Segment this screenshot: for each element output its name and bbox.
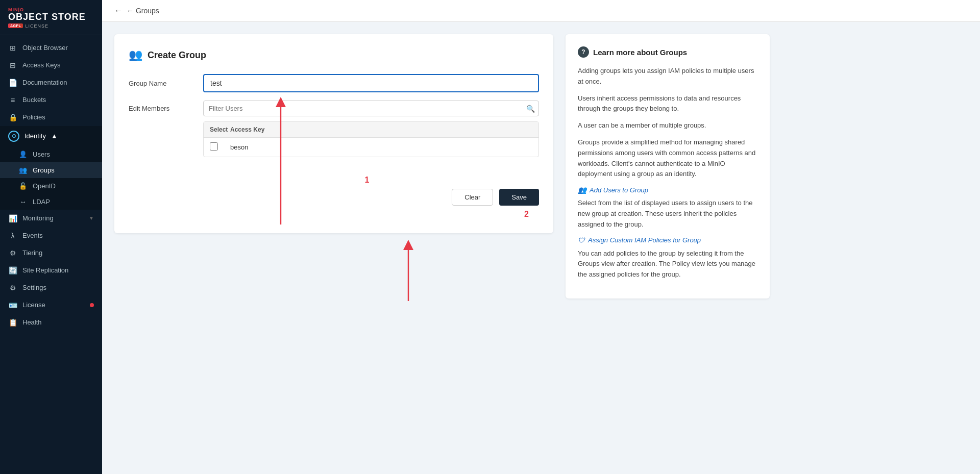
sidebar-item-site-replication[interactable]: 🔄 Site Replication xyxy=(0,262,102,279)
sidebar-label: Identity xyxy=(24,132,46,140)
sidebar-label: Tiering xyxy=(22,249,94,257)
top-bar: ← ← Groups xyxy=(102,0,980,22)
access-key-value: beson xyxy=(230,143,532,151)
sidebar-item-users[interactable]: 👤 Users xyxy=(0,146,102,162)
info-para-1: Adding groups lets you assign IAM polici… xyxy=(578,66,757,87)
license-icon: 🪪 xyxy=(8,301,17,309)
info-section2-title: 🛡 Assign Custom IAM Policies for Group xyxy=(578,236,757,244)
sidebar-sub-label: Groups xyxy=(33,166,55,174)
monitoring-icon: 📊 xyxy=(8,214,17,222)
sidebar: MIN|O OBJECT STORE AGPL LICENSE ⊞ Object… xyxy=(0,0,102,474)
logo-badge: AGPL xyxy=(8,23,23,28)
create-group-icon: 👥 xyxy=(129,48,142,62)
annotation-2: 2 xyxy=(129,210,539,219)
openid-icon: 🔓 xyxy=(18,182,28,190)
sidebar-item-object-browser[interactable]: ⊞ Object Browser xyxy=(0,39,102,57)
sidebar-label: Events xyxy=(22,232,94,239)
sidebar-label: Monitoring xyxy=(22,214,84,222)
info-panel: ? Learn more about Groups Adding groups … xyxy=(566,34,770,298)
chevron-up-icon: ▲ xyxy=(51,132,58,140)
logo-license: LICENSE xyxy=(25,23,48,29)
col-header-select: Select xyxy=(210,126,230,133)
identity-circle-icon: ⊙ xyxy=(8,131,19,142)
identity-group: ⊙ Identity ▲ 👤 Users 👥 Groups 🔓 OpenID ↔… xyxy=(0,126,102,210)
sidebar-item-documentation[interactable]: 📄 Documentation xyxy=(0,74,102,91)
sidebar-item-monitoring[interactable]: 📊 Monitoring ▼ xyxy=(0,210,102,227)
info-title: Learn more about Groups xyxy=(593,48,687,57)
filter-users-input[interactable] xyxy=(203,101,539,116)
sidebar-nav: ⊞ Object Browser ⊟ Access Keys 📄 Documen… xyxy=(0,35,102,474)
content-area: 👥 Create Group Group Name Edit Members xyxy=(102,22,980,474)
sidebar-label: Documentation xyxy=(22,79,94,86)
sidebar-item-groups[interactable]: 👥 Groups xyxy=(0,162,102,178)
key-icon: ⊟ xyxy=(8,61,17,69)
sidebar-label: Policies xyxy=(22,113,94,121)
groups-icon: 👥 xyxy=(18,166,28,174)
group-name-input[interactable] xyxy=(203,74,539,92)
clear-button[interactable]: Clear xyxy=(452,189,493,206)
settings-icon: ⚙ xyxy=(8,284,17,292)
sidebar-item-policies[interactable]: 🔒 Policies xyxy=(0,109,102,126)
sidebar-label: Health xyxy=(22,318,94,326)
form-header: 👥 Create Group xyxy=(129,48,539,62)
form-actions: Clear Save xyxy=(129,189,539,206)
group-name-row: Group Name xyxy=(129,74,539,92)
table-row: beson xyxy=(204,138,538,157)
sidebar-item-settings[interactable]: ⚙ Settings xyxy=(0,279,102,296)
sidebar-label: License xyxy=(22,301,83,309)
info-para-2: Users inherit access permissions to data… xyxy=(578,93,757,115)
sidebar-label: Settings xyxy=(22,284,94,291)
sidebar-item-license[interactable]: 🪪 License xyxy=(0,296,102,314)
sidebar-sub-label: Users xyxy=(33,151,50,158)
two-col-layout: 👥 Create Group Group Name Edit Members xyxy=(114,34,968,298)
replication-icon: 🔄 xyxy=(8,266,17,275)
sidebar-sub-label: LDAP xyxy=(33,198,50,206)
sidebar-item-identity[interactable]: ⊙ Identity ▲ xyxy=(0,126,102,146)
sidebar-item-events[interactable]: λ Events xyxy=(0,227,102,244)
add-users-icon: 👥 xyxy=(578,186,586,194)
ldap-icon: ↔ xyxy=(18,198,28,206)
members-panel: 🔍 Select Access Key xyxy=(203,101,539,167)
logo-main: OBJECT STORE xyxy=(8,12,86,22)
health-icon: 📋 xyxy=(8,318,17,327)
info-section1-title: 👥 Add Users to Group xyxy=(578,186,757,194)
info-header: ? Learn more about Groups xyxy=(578,46,757,58)
chevron-down-icon: ▼ xyxy=(89,215,94,221)
page-title: ← Groups xyxy=(127,7,159,15)
main-content: ← ← Groups 👥 Create Group Group Name Edi… xyxy=(102,0,980,474)
sidebar-label: Buckets xyxy=(22,96,94,104)
annotation-1: 1 xyxy=(195,176,539,185)
grid-icon: ⊞ xyxy=(8,44,17,52)
form-title: Create Group xyxy=(148,50,206,61)
info-para-3: A user can be a member of multiple group… xyxy=(578,120,757,131)
search-icon: 🔍 xyxy=(526,105,535,113)
back-button[interactable]: ← xyxy=(114,6,122,15)
question-icon: ? xyxy=(578,46,589,58)
sidebar-sub-label: OpenID xyxy=(33,182,56,190)
sidebar-item-tiering[interactable]: ⚙ Tiering xyxy=(0,244,102,262)
members-table: Select Access Key beson xyxy=(203,121,539,157)
sidebar-label: Object Browser xyxy=(22,44,94,52)
col-header-access-key: Access Key xyxy=(230,126,532,133)
sidebar-item-openid[interactable]: 🔓 OpenID xyxy=(0,178,102,194)
sidebar-label: Site Replication xyxy=(22,266,94,274)
edit-members-row: Edit Members 🔍 Select Access Key xyxy=(129,101,539,167)
info-section1-text: Select from the list of displayed users … xyxy=(578,198,757,230)
user-icon: 👤 xyxy=(18,151,28,158)
sidebar-item-buckets[interactable]: ≡ Buckets xyxy=(0,91,102,109)
sidebar-item-health[interactable]: 📋 Health xyxy=(0,314,102,331)
sidebar-item-access-keys[interactable]: ⊟ Access Keys xyxy=(0,57,102,74)
sidebar-label: Access Keys xyxy=(22,61,94,69)
table-header: Select Access Key xyxy=(204,122,538,138)
save-button[interactable]: Save xyxy=(499,189,539,206)
sidebar-item-ldap[interactable]: ↔ LDAP xyxy=(0,194,102,210)
shield-icon: 🛡 xyxy=(578,236,585,244)
doc-icon: 📄 xyxy=(8,79,17,87)
row-checkbox[interactable] xyxy=(210,142,218,151)
app-logo: MIN|O OBJECT STORE AGPL LICENSE xyxy=(0,0,102,35)
group-name-label: Group Name xyxy=(129,80,195,87)
info-section2-text: You can add policies to the group by sel… xyxy=(578,248,757,280)
tiering-icon: ⚙ xyxy=(8,249,17,257)
filter-wrap: 🔍 xyxy=(203,101,539,116)
create-group-form: 👥 Create Group Group Name Edit Members xyxy=(114,34,553,233)
